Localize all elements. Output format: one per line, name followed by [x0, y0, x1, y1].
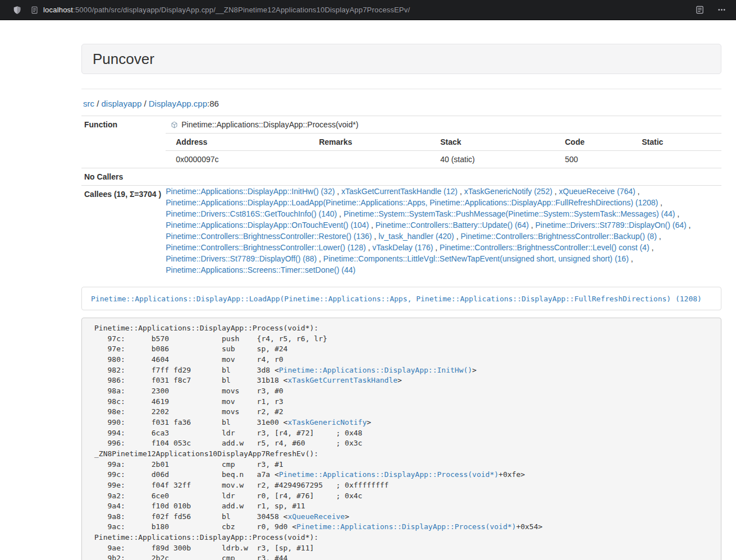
callees-list: Pinetime::Applications::DisplayApp::Init…: [166, 186, 721, 276]
main-content: Puncover src / displayapp / DisplayApp.c…: [81, 44, 721, 560]
callee-link[interactable]: xTaskGenericNotify (252): [464, 187, 552, 196]
stat-value: 500: [555, 151, 632, 168]
disassembly-line: 9b2: 2b2c cmp r3, #44: [94, 554, 287, 560]
disassembly-block: Pinetime::Applications::DisplayApp::Proc…: [81, 318, 721, 560]
stat-value: [632, 151, 721, 168]
callee-separator: ,: [433, 243, 440, 252]
callee-separator: ,: [687, 221, 691, 229]
disassembly-symbol-link[interactable]: Pinetime::Applications::DisplayApp::Proc…: [279, 470, 499, 479]
highlighted-callee-panel: Pinetime::Applications::DisplayApp::Load…: [81, 287, 721, 310]
breadcrumb-link[interactable]: DisplayApp.cpp: [149, 99, 207, 108]
menu-dots-icon[interactable]: [717, 6, 726, 14]
divider: [81, 89, 721, 89]
disassembly-line: 9a4: f10d 010b add.w r1, sp, #11: [94, 502, 305, 510]
url-text: localhost:5000/path/src/displayapp/Displ…: [43, 6, 410, 14]
app-title: Puncover: [93, 51, 710, 67]
disassembly-symbol-link[interactable]: xTaskGenericNotify: [287, 418, 367, 426]
callee-separator: ,: [366, 243, 373, 252]
callee-link[interactable]: Pinetime::Controllers::BrightnessControl…: [166, 232, 372, 241]
disassembly-line: 99e: f04f 32ff mov.w r2, #4294967295 ; 0…: [94, 481, 388, 489]
disassembly-line: Pinetime::Applications::DisplayApp::Proc…: [94, 533, 318, 541]
stats-value-row: 0x0000097c40 (static)500: [166, 151, 721, 168]
breadcrumb-separator: /: [94, 99, 102, 108]
url-path: :5000/path/src/displayapp/DisplayApp.cpp…: [73, 6, 410, 14]
disassembly-line: 980: 4604 mov r4, r0: [94, 355, 284, 364]
stat-col-header: Static: [632, 134, 721, 151]
breadcrumb-link[interactable]: src: [83, 99, 94, 108]
callee-separator: ,: [317, 254, 323, 263]
callee-link[interactable]: xQueueReceive (764): [559, 187, 636, 196]
symbol-type-icon: [171, 121, 178, 128]
callee-separator: ,: [337, 209, 344, 218]
breadcrumb-separator: /: [141, 99, 149, 108]
callee-separator: ,: [369, 221, 376, 229]
callee-separator: ,: [458, 187, 464, 196]
callee-link[interactable]: Pinetime::Controllers::BrightnessControl…: [460, 232, 656, 241]
disassembly-line: 99c: d06d beq.n a7a <Pinetime::Applicati…: [94, 470, 525, 479]
callee-link[interactable]: lv_task_handler (420): [378, 232, 454, 241]
disassembly-line: 9ac: b180 cbz r0, 9d0 <Pinetime::Applica…: [94, 522, 542, 531]
stat-value: 0x0000097c: [166, 151, 309, 168]
callee-separator: ,: [335, 187, 341, 196]
callee-link[interactable]: xTaskGetCurrentTaskHandle (12): [341, 187, 458, 196]
function-detail-cell: Pinetime::Applications::DisplayApp::Proc…: [166, 116, 721, 168]
callee-link[interactable]: Pinetime::System::SystemTask::PushMessag…: [344, 209, 675, 218]
url-host: localhost: [43, 6, 73, 14]
disassembly-line: 98a: 2300 movs r3, #0: [94, 387, 284, 395]
callee-link[interactable]: Pinetime::Drivers::Cst816S::GetTouchInfo…: [166, 209, 337, 218]
disassembly-line: 9a2: 6ce0 ldr r0, [r4, #76] ; 0x4c: [94, 492, 362, 500]
callee-link[interactable]: Pinetime::Drivers::St7789::DisplayOn() (…: [536, 221, 687, 229]
stats-header-row: AddressRemarksStackCodeStatic: [166, 134, 721, 151]
callee-link[interactable]: Pinetime::Controllers::BrightnessControl…: [166, 243, 365, 252]
breadcrumb: src / displayapp / DisplayApp.cpp:86: [83, 99, 721, 108]
browser-toolbar: localhost:5000/path/src/displayapp/Displ…: [0, 0, 736, 20]
callee-link[interactable]: Pinetime::Drivers::St7789::DisplayOff() …: [166, 254, 317, 263]
function-signature-row: Pinetime::Applications::DisplayApp::Proc…: [166, 116, 721, 133]
disassembly-symbol-link[interactable]: Pinetime::Applications::DisplayApp::Init…: [279, 366, 472, 374]
callee-link[interactable]: vTaskDelay (176): [372, 243, 433, 252]
function-row: Function Pinetime::Applications::Display…: [81, 116, 721, 168]
callee-link[interactable]: Pinetime::Applications::DisplayApp::OnTo…: [166, 221, 369, 229]
function-name: Pinetime::Applications::DisplayApp::Proc…: [181, 120, 358, 129]
disassembly-line: 9a8: f02f fd56 bl 30458 <xQueueReceive>: [94, 512, 349, 521]
callee-link[interactable]: Pinetime::Controllers::Battery::Update()…: [376, 221, 529, 229]
reader-view-icon[interactable]: [696, 6, 704, 14]
disassembly-line: 996: f104 053c add.w r5, r4, #60 ; 0x3c: [94, 439, 362, 447]
disassembly-line: Pinetime::Applications::DisplayApp::Proc…: [94, 324, 318, 332]
disassembly-line: 99a: 2b01 cmp r3, #1: [94, 460, 284, 469]
disassembly-symbol-link[interactable]: Pinetime::Applications::DisplayApp::Proc…: [296, 522, 516, 531]
disassembly-symbol-link[interactable]: xTaskGetCurrentTaskHandle: [287, 376, 397, 384]
callees-row: Callees (19, Σ=3704 ) Pinetime::Applicat…: [81, 186, 721, 276]
callee-separator: ,: [629, 254, 633, 263]
highlighted-callee-link[interactable]: Pinetime::Applications::DisplayApp::Load…: [91, 295, 702, 303]
breadcrumb-line-number: :86: [207, 99, 219, 108]
page-icon: [31, 6, 38, 14]
disassembly-line: 990: f031 fa36 bl 31e00 <xTaskGenericNot…: [94, 418, 371, 426]
callee-link[interactable]: Pinetime::Components::LittleVgl::SetNewT…: [323, 254, 629, 263]
callee-separator: ,: [454, 232, 461, 241]
disassembly-line: 97c: b570 push {r4, r5, r6, lr}: [94, 334, 327, 343]
callees-label: Callees (19, Σ=3704 ): [81, 186, 166, 276]
callee-separator: ,: [552, 187, 559, 196]
stat-col-header: Remarks: [309, 134, 430, 151]
callee-link[interactable]: Pinetime::Controllers::BrightnessControl…: [440, 243, 649, 252]
disassembly-line: _ZN8Pinetime12Applications10DisplayApp7R…: [94, 449, 318, 458]
function-row-label: Function: [81, 116, 166, 168]
function-stats-table: AddressRemarksStackCodeStatic 0x0000097c…: [166, 133, 721, 168]
callee-separator: ,: [529, 221, 536, 229]
callee-link[interactable]: Pinetime::Applications::Screens::Timer::…: [166, 265, 355, 274]
callee-link[interactable]: Pinetime::Applications::DisplayApp::Init…: [166, 187, 335, 196]
disassembly-line: 994: 6ca3 ldr r3, [r4, #72] ; 0x48: [94, 429, 362, 437]
disassembly-line: 9ae: f89d 300b ldrb.w r3, [sp, #11]: [94, 544, 314, 552]
callee-link[interactable]: Pinetime::Applications::DisplayApp::Load…: [166, 198, 658, 207]
shield-icon[interactable]: [13, 6, 21, 15]
breadcrumb-link[interactable]: displayapp: [102, 99, 142, 108]
disassembly-line: 98e: 2202 movs r2, #2: [94, 407, 284, 416]
callee-separator: ,: [675, 209, 679, 218]
no-callers-row: No Callers: [81, 168, 721, 186]
no-callers-label: No Callers: [81, 168, 166, 186]
disassembly-line: 97e: b086 sub sp, #24: [94, 345, 287, 353]
url-bar[interactable]: localhost:5000/path/src/displayapp/Displ…: [21, 6, 696, 14]
stat-col-header: Address: [166, 134, 309, 151]
disassembly-symbol-link[interactable]: xQueueReceive: [287, 512, 345, 521]
